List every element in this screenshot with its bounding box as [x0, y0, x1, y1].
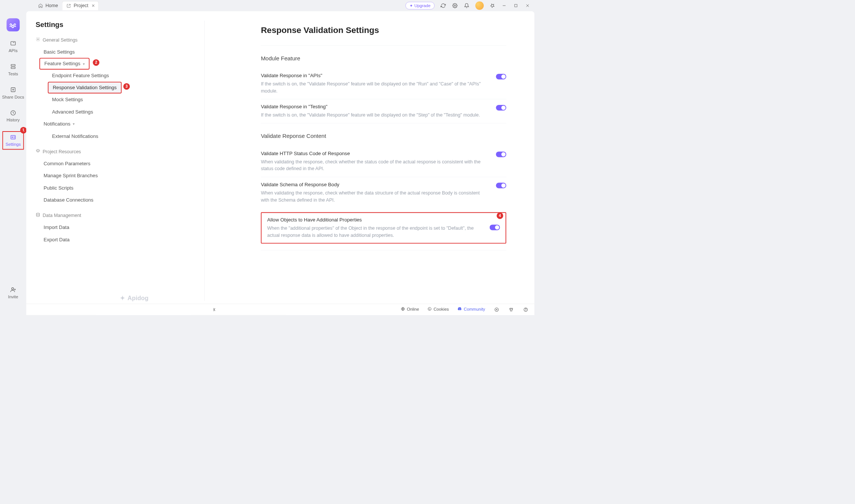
- item-endpoint-feature-label: Endpoint Feature Settings: [52, 73, 109, 78]
- svg-rect-8: [11, 64, 15, 66]
- section-general: General Settings: [36, 37, 204, 43]
- item-endpoint-feature[interactable]: Endpoint Feature Settings: [36, 70, 204, 82]
- home-icon: [38, 3, 44, 9]
- row-validate-schema: Validate Schema of Response Body When va…: [261, 177, 506, 208]
- tab-home-label: Home: [45, 3, 58, 8]
- section-general-label: General Settings: [43, 37, 78, 42]
- row-allow-additional: Allow Objects to Have Additional Propert…: [267, 217, 500, 239]
- help-icon[interactable]: [523, 307, 529, 313]
- item-export-data[interactable]: Export Data: [36, 233, 204, 246]
- item-common-params-label: Common Parameters: [44, 161, 90, 166]
- brand-label: Apidog: [128, 295, 148, 302]
- row-validate-apis: Validate Response in "APIs" If the switc…: [261, 68, 506, 99]
- item-mock[interactable]: Mock Settings: [36, 93, 204, 106]
- divider: [261, 45, 506, 46]
- item-sprint-branches[interactable]: Manage Sprint Branches: [36, 170, 204, 182]
- nav-invite[interactable]: Invite: [7, 285, 19, 301]
- item-basic-label: Basic Settings: [44, 49, 75, 55]
- close-icon[interactable]: ✕: [92, 3, 95, 8]
- invite-icon: [10, 286, 17, 293]
- item-db-connections-label: Database Connections: [44, 197, 93, 203]
- svg-point-19: [428, 307, 431, 310]
- item-db-connections[interactable]: Database Connections: [36, 194, 204, 206]
- layers-icon: [36, 149, 40, 155]
- section-validate-content: Validate Reponse Content: [261, 133, 506, 139]
- settings-nav-icon: [10, 134, 17, 141]
- avatar[interactable]: [476, 1, 484, 10]
- item-public-scripts[interactable]: Public Scripts: [36, 182, 204, 194]
- badge-4: 4: [496, 212, 503, 219]
- sparkle-icon: ✦: [410, 3, 413, 8]
- bell-icon[interactable]: [464, 3, 470, 9]
- row-validate-testing-desc: If the switch is on, the "Validate Respo…: [261, 112, 487, 119]
- gear-icon[interactable]: [452, 3, 458, 9]
- pin-icon[interactable]: [489, 3, 495, 9]
- item-external-notifications[interactable]: External Notifications: [36, 130, 204, 142]
- refresh-icon[interactable]: [440, 3, 446, 9]
- leftbar: APIs Tests Share Docs History 1: [0, 11, 26, 315]
- maximize-icon[interactable]: [513, 3, 519, 9]
- tests-icon: [10, 63, 17, 70]
- row-validate-testing: Validate Response in "Testing" If the sw…: [261, 99, 506, 123]
- tab-project-label: Project: [74, 3, 88, 8]
- gear-outline-icon: [36, 37, 40, 43]
- row-validate-apis-label: Validate Response in "APIs": [261, 73, 487, 78]
- shirt-icon[interactable]: [508, 307, 514, 313]
- toggle-validate-testing[interactable]: [496, 105, 507, 111]
- cookie-icon: [428, 307, 432, 312]
- toggle-validate-apis[interactable]: [496, 74, 507, 79]
- toggle-validate-status[interactable]: [496, 151, 507, 157]
- item-common-params[interactable]: Common Parameters: [36, 157, 204, 170]
- upgrade-button[interactable]: ✦ Upgrade: [405, 2, 435, 9]
- statusbar: Online Cookies Community: [26, 304, 534, 315]
- section-resources-label: Project Resources: [43, 149, 81, 154]
- content-pane: Response Validation Settings Module Feat…: [205, 11, 534, 315]
- item-import-data[interactable]: Import Data: [36, 221, 204, 234]
- row-allow-additional-desc: When the "additional properties" of the …: [267, 224, 480, 239]
- minimize-icon[interactable]: [501, 3, 507, 9]
- row-allow-additional-label: Allow Objects to Have Additional Propert…: [267, 217, 480, 223]
- item-response-validation-label: Response Validation Settings: [53, 85, 117, 90]
- upgrade-label: Upgrade: [414, 3, 430, 8]
- nav-tests[interactable]: Tests: [7, 61, 19, 78]
- svg-point-0: [454, 5, 455, 6]
- nav-settings[interactable]: Settings: [3, 131, 24, 150]
- nav-history[interactable]: History: [6, 108, 21, 124]
- brand-icon: ✦: [120, 295, 125, 302]
- settings-title: Settings: [36, 21, 204, 28]
- main-card: Settings General Settings Basic Settings…: [26, 11, 534, 315]
- status-cookies[interactable]: Cookies: [428, 307, 449, 312]
- svg-point-14: [12, 288, 14, 290]
- item-mock-label: Mock Settings: [52, 97, 83, 102]
- tab-project[interactable]: Project ✕: [62, 1, 99, 10]
- nav-share-docs[interactable]: Share Docs: [1, 85, 25, 101]
- app-logo[interactable]: [7, 18, 20, 31]
- badge-2: 2: [93, 59, 100, 66]
- discord-icon: [457, 307, 462, 313]
- toggle-allow-additional[interactable]: [490, 224, 500, 230]
- plus-circle-icon[interactable]: [494, 307, 500, 313]
- svg-point-22: [429, 309, 429, 310]
- status-online[interactable]: Online: [401, 307, 419, 312]
- svg-point-15: [38, 39, 39, 40]
- item-notifications[interactable]: Notifications ▾: [36, 118, 204, 130]
- nav-apis[interactable]: APIs: [8, 39, 19, 55]
- item-feature[interactable]: Feature Settings ▾: [39, 58, 90, 69]
- nav-share-label: Share Docs: [2, 95, 24, 100]
- tab-home[interactable]: Home: [34, 1, 61, 10]
- item-advanced[interactable]: Advanced Settings: [36, 106, 204, 118]
- item-response-validation[interactable]: Response Validation Settings: [48, 82, 122, 93]
- history-icon: [10, 109, 17, 117]
- collapse-left-icon[interactable]: [212, 307, 218, 313]
- app-body: APIs Tests Share Docs History 1: [0, 11, 534, 315]
- status-community-label: Community: [464, 307, 485, 312]
- item-public-scripts-label: Public Scripts: [44, 185, 74, 191]
- status-community[interactable]: Community: [457, 307, 485, 313]
- badge-3: 3: [123, 83, 130, 90]
- item-basic[interactable]: Basic Settings: [36, 46, 204, 58]
- item-import-data-label: Import Data: [44, 224, 69, 230]
- svg-point-13: [12, 137, 13, 138]
- toggle-validate-schema[interactable]: [496, 183, 507, 188]
- window-close-icon[interactable]: [525, 3, 531, 9]
- share-icon: [10, 86, 17, 93]
